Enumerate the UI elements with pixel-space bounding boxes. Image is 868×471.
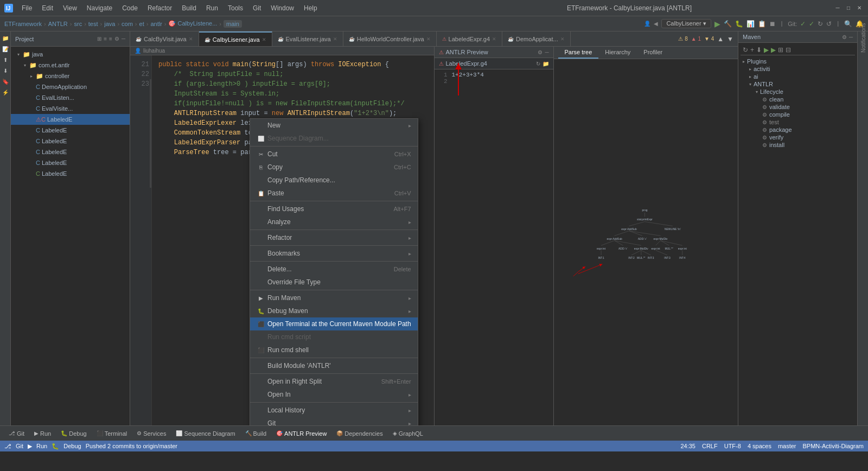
maven-test[interactable]: ⚙ test bbox=[741, 118, 855, 126]
hierarchy-tab[interactable]: Hierarchy bbox=[598, 47, 637, 59]
tree-labelede2[interactable]: CLabeledE bbox=[11, 125, 130, 136]
maximize-button[interactable]: □ bbox=[844, 4, 853, 12]
tab-helloworldcontroller[interactable]: ☕ HelloWorldController.java ✕ bbox=[343, 31, 437, 47]
sidebar-pull-icon[interactable]: ⬇ bbox=[1, 66, 10, 75]
profile-button[interactable]: 📊 bbox=[746, 20, 755, 28]
maven-minimize-icon[interactable]: ─ bbox=[849, 34, 853, 40]
sidebar-project-icon[interactable]: 📁 bbox=[1, 34, 10, 42]
tree-evalvisite[interactable]: CEvalVisite... bbox=[11, 103, 130, 114]
ctx-bookmarks[interactable]: Bookmarks ▸ bbox=[250, 247, 418, 260]
menu-edit[interactable]: Edit bbox=[37, 3, 58, 13]
ctx-new[interactable]: New ▸ bbox=[250, 119, 418, 132]
sidebar-structure-icon[interactable]: ⚡ bbox=[1, 88, 10, 97]
maven-activiti[interactable]: ▸ activiti bbox=[741, 65, 855, 73]
breadcrumb-src[interactable]: src bbox=[74, 21, 82, 27]
antlr-refresh-icon[interactable]: ↻ bbox=[536, 61, 540, 67]
menu-navigate[interactable]: Navigate bbox=[82, 3, 117, 13]
stop-button[interactable]: ⏹ bbox=[769, 20, 776, 28]
coverage-button[interactable]: 📋 bbox=[758, 20, 766, 28]
project-header-icon3[interactable]: ≡ bbox=[109, 36, 112, 42]
breadcrumb-antlr[interactable]: ANTLR bbox=[48, 21, 68, 27]
ctx-analyze[interactable]: Analyze ▸ bbox=[250, 215, 418, 228]
project-header-icon1[interactable]: ⊞ bbox=[97, 36, 101, 42]
tree-labelede4[interactable]: CLabeledE bbox=[11, 147, 130, 157]
maven-play2-icon[interactable]: ▶ bbox=[771, 46, 776, 54]
maven-lifecycle[interactable]: ▾ Lifecycle bbox=[741, 88, 855, 96]
ctx-local-history[interactable]: Local History ▸ bbox=[250, 404, 418, 417]
maven-compile[interactable]: ⚙ compile bbox=[741, 111, 855, 118]
project-header-gear[interactable]: ⚙ bbox=[114, 36, 119, 42]
parse-tree-tab[interactable]: Parse tree bbox=[558, 47, 599, 59]
ctx-run-maven[interactable]: ▶Run Maven ▸ bbox=[250, 291, 418, 304]
maven-sync-icon[interactable]: ↻ bbox=[743, 46, 748, 54]
maven-package[interactable]: ⚙ package bbox=[741, 126, 855, 133]
menu-refactor[interactable]: Refactor bbox=[143, 3, 176, 13]
breadcrumb-com[interactable]: com bbox=[122, 21, 133, 27]
ctx-find-usages[interactable]: Find Usages Alt+F7 bbox=[250, 202, 418, 215]
project-header-icon2[interactable]: ≡ bbox=[104, 36, 107, 42]
bottom-tab-sequence[interactable]: ⬜ Sequence Diagram bbox=[171, 429, 239, 438]
close-button[interactable]: ✕ bbox=[855, 4, 864, 12]
tree-labelede5[interactable]: CLabeledE bbox=[11, 157, 130, 168]
breadcrumb-antlr2[interactable]: antlr bbox=[150, 21, 162, 27]
bottom-tab-debug[interactable]: 🐛 Debug bbox=[56, 429, 91, 438]
maven-install[interactable]: ⚙ install bbox=[741, 141, 855, 149]
menu-code[interactable]: Code bbox=[118, 3, 142, 13]
tree-com-et-antlr[interactable]: ▾📁com.et.antlr bbox=[11, 60, 130, 71]
ctx-paste[interactable]: 📋Paste Ctrl+V bbox=[250, 187, 418, 200]
bottom-tab-graphql[interactable]: ◈ GraphQL bbox=[388, 429, 427, 438]
breadcrumb-et[interactable]: et bbox=[139, 21, 144, 27]
ctx-copy-path[interactable]: Copy Path/Reference... bbox=[250, 174, 418, 187]
maven-validate[interactable]: ⚙ validate bbox=[741, 103, 855, 111]
tree-controller[interactable]: ▸📁controller bbox=[11, 71, 130, 81]
maven-antlr[interactable]: ▾ ANTLR bbox=[741, 80, 855, 88]
maven-expand-icon[interactable]: ⊞ bbox=[778, 46, 783, 54]
sidebar-push-icon[interactable]: ⬆ bbox=[1, 55, 10, 64]
menu-view[interactable]: View bbox=[59, 3, 81, 13]
tab-calcbyvisit[interactable]: ☕ CalcByVisit.java ✕ bbox=[130, 31, 199, 47]
ctx-copy[interactable]: ⎘Copy Ctrl+C bbox=[250, 161, 418, 174]
ctx-git[interactable]: Git ▸ bbox=[250, 417, 418, 425]
tab-demoapplication[interactable]: ☕ DemoApplicat... ✕ bbox=[502, 31, 571, 47]
maven-verify[interactable]: ⚙ verify bbox=[741, 133, 855, 141]
maven-plugins[interactable]: ▸ Plugins bbox=[741, 58, 855, 65]
ctx-refactor[interactable]: Refactor ▸ bbox=[250, 231, 418, 244]
sidebar-commit-icon[interactable]: 📝 bbox=[1, 44, 10, 53]
run-button[interactable]: ▶ bbox=[714, 20, 720, 28]
menu-git[interactable]: Git bbox=[248, 3, 265, 13]
tab-calbylistener[interactable]: ☕ CalbyLisener.java ✕ bbox=[199, 31, 272, 47]
menu-help[interactable]: Help bbox=[299, 3, 322, 13]
bottom-tab-run[interactable]: ▶ Run bbox=[30, 429, 55, 438]
ctx-cut[interactable]: ✂Cut Ctrl+X bbox=[250, 148, 418, 161]
notifications-icon[interactable]: Notifications bbox=[859, 34, 867, 42]
breadcrumb-calbylistener[interactable]: 🎯 CalbyListene... bbox=[168, 20, 217, 27]
maven-play-icon[interactable]: ▶ bbox=[764, 46, 769, 54]
debug-button[interactable]: 🐛 bbox=[735, 20, 743, 28]
maven-download-icon[interactable]: ⬇ bbox=[756, 46, 762, 54]
maven-add-icon[interactable]: + bbox=[750, 46, 754, 54]
bottom-tab-services[interactable]: ⚙ Services bbox=[132, 429, 170, 438]
minimize-button[interactable]: ─ bbox=[833, 4, 842, 12]
bottom-tab-antlr-preview[interactable]: 🎯 ANTLR Preview bbox=[272, 429, 331, 438]
tab-labeledexpr[interactable]: ⚠ LabeledExpr.g4 ✕ bbox=[437, 31, 502, 47]
maven-collapse-icon[interactable]: ⊟ bbox=[786, 46, 791, 54]
breadcrumb-test[interactable]: test bbox=[88, 21, 98, 27]
build-button[interactable]: 🔨 bbox=[724, 20, 732, 28]
breadcrumb-etframework[interactable]: ETFramework bbox=[4, 21, 42, 27]
ctx-override-file-type[interactable]: Override File Type bbox=[250, 276, 418, 289]
menu-tools[interactable]: Tools bbox=[224, 3, 247, 13]
tree-labelede-selected[interactable]: ⚠CLabeledE bbox=[11, 114, 130, 125]
tree-labelede6[interactable]: CLabeledE bbox=[11, 168, 130, 179]
antlr-close-icon[interactable]: ─ bbox=[545, 49, 548, 55]
antlr-folder-icon[interactable]: 📁 bbox=[542, 61, 549, 67]
breadcrumb-main[interactable]: main bbox=[224, 20, 242, 28]
ctx-run-cmd-shell[interactable]: ⬛Run cmd shell bbox=[250, 343, 418, 357]
tree-evallisten[interactable]: CEvalListen... bbox=[11, 92, 130, 103]
maven-ai[interactable]: ▸ ai bbox=[741, 73, 855, 80]
maven-gear-icon[interactable]: ⚙ bbox=[842, 34, 847, 40]
menu-run[interactable]: Run bbox=[202, 3, 222, 13]
breadcrumb-java[interactable]: java bbox=[104, 21, 115, 27]
bottom-tab-git[interactable]: ⎇ Git bbox=[4, 429, 29, 438]
profiler-tab[interactable]: Profiler bbox=[637, 47, 669, 59]
project-header-close[interactable]: ─ bbox=[122, 36, 125, 42]
